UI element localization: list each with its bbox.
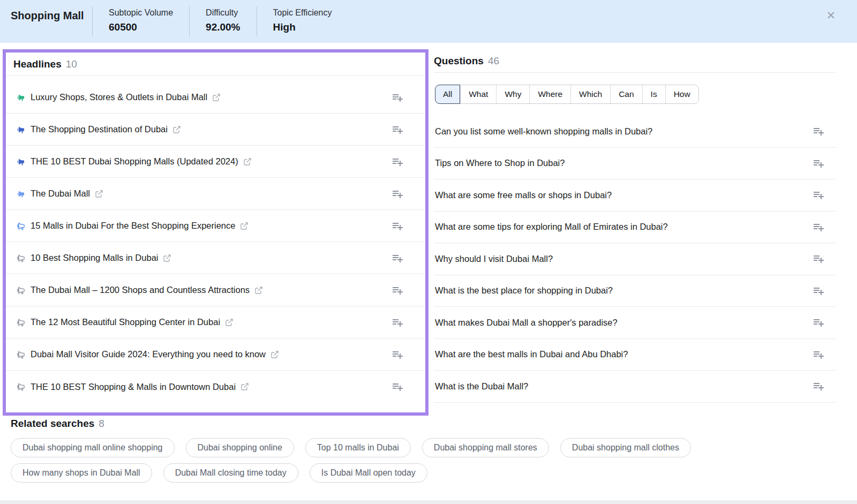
headline-link[interactable]: Luxury Shops, Stores & Outlets in Dubai … <box>31 92 207 102</box>
question-text: Tips on Where to Shop in Dubai? <box>435 158 565 168</box>
external-link-icon[interactable] <box>243 157 252 166</box>
external-link-icon[interactable] <box>240 222 249 230</box>
related-search-pill[interactable]: Is Dubai Mall open today <box>310 463 427 483</box>
add-to-list-icon[interactable] <box>391 380 404 393</box>
headlines-count: 10 <box>66 58 77 70</box>
related-searches-header: Related searches 8 <box>0 418 857 430</box>
add-to-list-icon[interactable] <box>391 187 404 200</box>
external-link-icon[interactable] <box>270 350 279 359</box>
tab-how[interactable]: How <box>665 85 698 103</box>
add-to-list-icon[interactable] <box>812 316 825 329</box>
tab-what[interactable]: What <box>460 85 496 103</box>
related-search-pill[interactable]: How many shops in Dubai Mall <box>11 463 152 483</box>
add-to-list-icon[interactable] <box>812 189 825 201</box>
add-to-list-icon[interactable] <box>391 220 404 232</box>
megaphone-icon <box>13 156 25 168</box>
stat-subtopic-volume: Subtopic Volume 60500 <box>93 0 189 43</box>
stat-topic-efficiency: Topic Efficiency High <box>257 0 348 43</box>
megaphone-icon <box>13 381 25 393</box>
tab-can[interactable]: Can <box>610 85 642 103</box>
stat-difficulty: Difficulty 92.00% <box>190 0 256 43</box>
headline-link[interactable]: 15 Malls in Dubai For the Best Shopping … <box>31 221 235 231</box>
topic-summary-bar: Shopping Mall Subtopic Volume 60500 Diff… <box>0 0 857 43</box>
tab-is[interactable]: Is <box>642 85 665 103</box>
add-to-list-icon[interactable] <box>812 348 825 361</box>
add-to-list-icon[interactable] <box>391 252 404 265</box>
megaphone-icon <box>13 317 25 328</box>
stat-label: Topic Efficiency <box>273 8 332 18</box>
topic-title: Shopping Mall <box>0 0 92 43</box>
question-row: What makes Dubai Mall a shopper's paradi… <box>434 307 836 339</box>
megaphone-icon <box>13 92 25 103</box>
related-search-pill[interactable]: Dubai shopping mall online shopping <box>11 438 175 457</box>
question-row: Can you list some well-known shopping ma… <box>434 116 836 148</box>
tab-where[interactable]: Where <box>529 85 570 103</box>
stat-value: 92.00% <box>206 21 240 33</box>
add-to-list-icon[interactable] <box>812 221 825 234</box>
related-search-pill[interactable]: Top 10 malls in Dubai <box>305 438 411 457</box>
question-row: Why should I visit Dubai Mall? <box>434 243 836 275</box>
megaphone-icon <box>13 349 25 360</box>
headline-link[interactable]: Dubai Mall Visitor Guide 2024: Everythin… <box>31 349 266 359</box>
megaphone-icon <box>13 124 25 136</box>
question-text: What is the Dubai Mall? <box>435 381 528 392</box>
headline-link[interactable]: 10 Best Shopping Malls in Dubai <box>31 253 158 263</box>
add-to-list-icon[interactable] <box>391 91 404 104</box>
add-to-list-icon[interactable] <box>812 125 825 138</box>
external-link-icon[interactable] <box>225 318 234 327</box>
question-row: Tips on Where to Shop in Dubai? <box>434 148 836 180</box>
add-to-list-icon[interactable] <box>391 284 404 297</box>
related-search-pill[interactable]: Dubai shopping mall clothes <box>560 438 691 457</box>
external-link-icon[interactable] <box>212 93 221 102</box>
headline-row: Luxury Shops, Stores & Outlets in Dubai … <box>6 81 425 114</box>
external-link-icon[interactable] <box>172 125 181 134</box>
headline-link[interactable]: The Shopping Destination of Dubai <box>31 124 168 134</box>
external-link-icon[interactable] <box>163 254 171 262</box>
related-search-pill[interactable]: Dubai shopping online <box>186 438 294 457</box>
stat-value: 60500 <box>109 21 173 33</box>
headline-link[interactable]: THE 10 BEST Shopping & Malls in Downtown… <box>31 382 236 392</box>
headline-link[interactable]: The Dubai Mall – 1200 Shops and Countles… <box>31 285 250 295</box>
question-text: Can you list some well-known shopping ma… <box>435 126 652 137</box>
external-link-icon[interactable] <box>254 286 263 295</box>
external-link-icon[interactable] <box>240 382 249 391</box>
headlines-panel: Headlines 10 Luxury Shops, Stores & Outl… <box>3 49 428 416</box>
external-link-icon[interactable] <box>95 190 103 198</box>
related-title: Related searches <box>11 418 94 430</box>
headline-row: The Dubai Mall – 1200 Shops and Countles… <box>6 274 425 306</box>
related-search-pill[interactable]: Dubai Mall closing time today <box>163 463 298 483</box>
question-text: What are some tips for exploring Mall of… <box>435 222 668 232</box>
question-row: What is the best place for shopping in D… <box>434 275 836 307</box>
add-to-list-icon[interactable] <box>391 316 404 329</box>
tab-all[interactable]: All <box>435 85 460 104</box>
tab-why[interactable]: Why <box>496 85 529 103</box>
tab-which[interactable]: Which <box>570 85 610 103</box>
stat-value: High <box>273 21 332 33</box>
headline-link[interactable]: The Dubai Mall <box>31 189 90 199</box>
question-row: What are some tips for exploring Mall of… <box>434 212 836 244</box>
headline-row: The Shopping Destination of Dubai <box>6 114 425 146</box>
add-to-list-icon[interactable] <box>812 252 825 265</box>
stat-label: Difficulty <box>206 8 240 18</box>
headline-link[interactable]: THE 10 BEST Dubai Shopping Malls (Update… <box>31 156 238 167</box>
headline-row: The Dubai Mall <box>6 178 425 210</box>
headline-link[interactable]: The 12 Most Beautiful Shopping Center in… <box>31 317 220 327</box>
related-search-pill[interactable]: Dubai shopping mall stores <box>422 438 549 457</box>
bottom-edge <box>0 500 857 504</box>
add-to-list-icon[interactable] <box>812 157 825 170</box>
headlines-title: Headlines <box>13 58 62 70</box>
related-searches-section: Related searches 8 Dubai shopping mall o… <box>0 418 857 483</box>
add-to-list-icon[interactable] <box>812 380 825 393</box>
close-icon[interactable]: ✕ <box>826 10 836 21</box>
add-to-list-icon[interactable] <box>391 348 404 361</box>
megaphone-icon <box>13 284 25 296</box>
add-to-list-icon[interactable] <box>391 123 404 136</box>
question-text: What are the best malls in Dubai and Abu… <box>435 349 628 359</box>
megaphone-icon <box>13 220 25 232</box>
add-to-list-icon[interactable] <box>812 284 825 297</box>
headline-list: Luxury Shops, Stores & Outlets in Dubai … <box>6 76 425 403</box>
add-to-list-icon[interactable] <box>391 155 404 168</box>
megaphone-icon <box>13 188 25 200</box>
questions-title: Questions <box>434 55 484 67</box>
headline-row: 15 Malls in Dubai For the Best Shopping … <box>6 210 425 242</box>
